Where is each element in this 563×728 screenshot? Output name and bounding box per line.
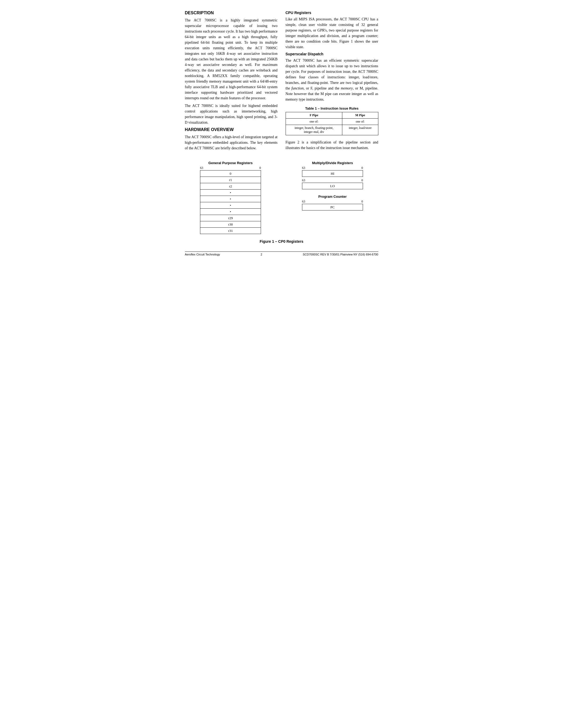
hardware-overview-heading: Hardware Overview bbox=[185, 127, 277, 132]
lo-bit-right: 0 bbox=[361, 178, 363, 182]
gpr-bit-labels: 63 0 bbox=[200, 166, 261, 170]
right-column: CPU Registers Like all MIPS ISA processo… bbox=[286, 11, 378, 153]
instruction-issue-table: F Pipe M Pipe one of: one of: integer, b… bbox=[286, 112, 378, 135]
hi-bit-left: 63 bbox=[302, 166, 305, 170]
table-row: • bbox=[200, 202, 261, 209]
gpr-row-1: r1 bbox=[200, 177, 261, 183]
superscalar-dispatch-para: The ACT 7000SC has an efficient symmetri… bbox=[286, 58, 378, 102]
pc-label: PC bbox=[302, 204, 363, 210]
footer-right: SCD7000SC REV B 7/30/01 Plainview NY (51… bbox=[303, 253, 378, 256]
left-column: Description The ACT 7000SC is a highly i… bbox=[185, 11, 277, 153]
description-para-2: The ACT 7000SC is ideally suited for hig… bbox=[185, 103, 277, 125]
superscalar-dispatch-heading: Superscalar Dispatch bbox=[286, 52, 378, 56]
right-registers: Multiply/Divide Registers 63 0 HI 63 0 L bbox=[302, 161, 363, 210]
gpr-row-2: r2 bbox=[200, 183, 261, 190]
table-row: 0 bbox=[200, 170, 261, 177]
main-content: Description The ACT 7000SC is a highly i… bbox=[185, 11, 378, 153]
multiply-divide-section: Multiply/Divide Registers 63 0 HI 63 0 L bbox=[302, 161, 363, 189]
hi-label: HI bbox=[302, 170, 363, 177]
table-row: integer, branch, floating-point,integer … bbox=[286, 125, 378, 135]
table-row: r2 bbox=[200, 183, 261, 190]
cpu-registers-heading: CPU Registers bbox=[286, 11, 378, 15]
table-row: r29 bbox=[200, 215, 261, 221]
table-cell-fpipe-row2: integer, branch, floating-point,integer … bbox=[286, 125, 342, 135]
figure-area: General Purpose Registers 63 0 0 r1 r2 •… bbox=[185, 161, 378, 234]
table-row: • bbox=[200, 190, 261, 196]
description-heading: Description bbox=[185, 11, 277, 15]
gpr-row-6: • bbox=[200, 209, 261, 215]
footer-center: 2 bbox=[261, 253, 262, 256]
table-row: • bbox=[200, 196, 261, 202]
program-counter-title: Program Counter bbox=[319, 195, 347, 199]
gpr-bit-left: 63 bbox=[200, 166, 203, 170]
table-row: LO bbox=[302, 183, 363, 189]
table-cell-fpipe-row1: one of: bbox=[286, 119, 342, 125]
gpr-row-3: • bbox=[200, 190, 261, 196]
page: Description The ACT 7000SC is a highly i… bbox=[185, 11, 378, 256]
table-cell-mpipe-row2: integer, load/store bbox=[342, 125, 378, 135]
table-row: r30 bbox=[200, 221, 261, 228]
gpr-row-0: 0 bbox=[200, 170, 261, 177]
footer: Aeroflex Circuit Technology 2 SCD7000SC … bbox=[185, 251, 378, 256]
gpr-section: General Purpose Registers 63 0 0 r1 r2 •… bbox=[200, 161, 261, 234]
gpr-table: 0 r1 r2 • • • • r29 r30 r31 bbox=[200, 170, 261, 234]
table-row: HI bbox=[302, 170, 363, 177]
table-cell-mpipe-row1: one of: bbox=[342, 119, 378, 125]
pc-register-table: PC bbox=[302, 204, 363, 210]
table-header-mpipe: M Pipe bbox=[342, 112, 378, 119]
gpr-row-4: • bbox=[200, 196, 261, 202]
footer-left: Aeroflex Circuit Technology bbox=[185, 253, 220, 256]
figure-note: Figure 2 is a simplification of the pipe… bbox=[286, 140, 378, 151]
hi-bit-labels: 63 0 bbox=[302, 166, 363, 170]
lo-register-table: LO bbox=[302, 183, 363, 189]
gpr-row-8: r30 bbox=[200, 221, 261, 228]
gpr-row-9: r31 bbox=[200, 228, 261, 234]
pc-bit-right: 0 bbox=[361, 200, 363, 204]
table-row: PC bbox=[302, 204, 363, 210]
table-header-fpipe: F Pipe bbox=[286, 112, 342, 119]
hardware-overview-para: The ACT 7000SC offers a high-level of in… bbox=[185, 134, 277, 151]
table-row: r1 bbox=[200, 177, 261, 183]
lo-label: LO bbox=[302, 183, 363, 189]
figure-caption: Figure 1 – CP0 Registers bbox=[185, 239, 378, 244]
hi-bit-right: 0 bbox=[361, 166, 363, 170]
description-para-1: The ACT 7000SC is a highly integrated sy… bbox=[185, 17, 277, 101]
program-counter-section: Program Counter 63 0 PC bbox=[302, 195, 363, 210]
gpr-row-5: • bbox=[200, 202, 261, 209]
cpu-registers-para: Like all MIPS ISA processors, the ACT 70… bbox=[286, 16, 378, 50]
lo-bit-labels: 63 0 bbox=[302, 178, 363, 182]
gpr-row-7: r29 bbox=[200, 215, 261, 221]
multiply-divide-title: Multiply/Divide Registers bbox=[312, 161, 353, 165]
hi-register-table: HI bbox=[302, 170, 363, 177]
gpr-title: General Purpose Registers bbox=[208, 161, 253, 165]
table-row: one of: one of: bbox=[286, 119, 378, 125]
pc-bit-labels: 63 0 bbox=[302, 200, 363, 204]
lo-bit-left: 63 bbox=[302, 178, 305, 182]
table-title: Table 1 – Instruction Issue Rules bbox=[286, 106, 378, 110]
gpr-bit-right: 0 bbox=[259, 166, 261, 170]
table-row: • bbox=[200, 209, 261, 215]
pc-bit-left: 63 bbox=[302, 200, 305, 204]
table-row: r31 bbox=[200, 228, 261, 234]
